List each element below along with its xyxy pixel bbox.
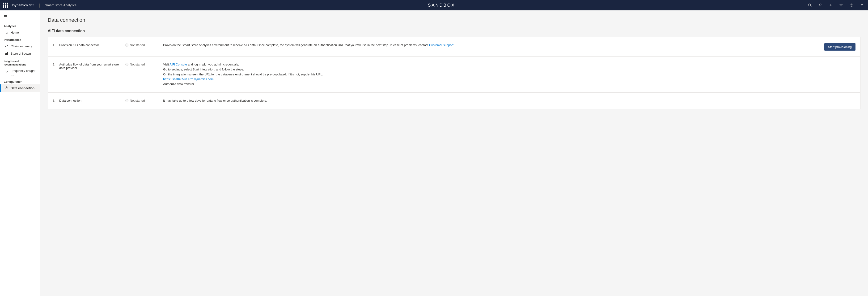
- sidebar-item-store-drilldown[interactable]: Store drilldown: [0, 50, 40, 57]
- sidebar-item-home-label: Home: [11, 31, 19, 34]
- step-1-status-label: Not started: [130, 43, 145, 47]
- settings-icon[interactable]: [848, 2, 855, 8]
- step-2-name: Authorize flow of data from your smart s…: [59, 62, 125, 70]
- step-3-row: 3. Data connection Not started It may ta…: [48, 93, 860, 109]
- topbar-center: SANDBOX: [76, 3, 807, 8]
- sidebar-item-data-connection[interactable]: Data connection: [0, 84, 40, 92]
- svg-rect-9: [7, 88, 8, 89]
- svg-point-0: [808, 4, 811, 6]
- dataverse-url-link[interactable]: https://ssa0405us.crm.dynamics.com.: [163, 77, 214, 81]
- step-3-status-radio: [125, 99, 128, 102]
- step-1-action: Start provisioning: [813, 43, 856, 51]
- step-1-status: Not started: [125, 43, 163, 47]
- brand-label: Dynamics 365: [12, 3, 34, 7]
- step-2-description: Visit AiFi Console and log in with you a…: [163, 62, 813, 87]
- sidebar-item-store-drilldown-label: Store drilldown: [11, 52, 31, 55]
- step-2-status-label: Not started: [130, 63, 145, 66]
- app-name-label: Smart Store Analytics: [45, 3, 76, 7]
- start-provisioning-button[interactable]: Start provisioning: [824, 43, 856, 51]
- step-2-number: 2.: [53, 62, 59, 66]
- data-connection-icon: [4, 86, 9, 90]
- topbar-separator: |: [39, 3, 40, 8]
- topbar: Dynamics 365 | Smart Store Analytics SAN…: [0, 0, 868, 10]
- svg-line-1: [810, 6, 811, 7]
- waffle-icon[interactable]: [3, 3, 8, 8]
- svg-rect-6: [7, 52, 8, 55]
- aifi-console-link[interactable]: AiFi Console: [169, 63, 187, 66]
- step-1-row: 1. Provision AiFi data connector Not sta…: [48, 37, 860, 56]
- lightbulb-icon[interactable]: [817, 2, 824, 8]
- step-1-description: Provision the Smart Store Analytics envi…: [163, 43, 813, 48]
- filter-icon[interactable]: [838, 2, 844, 8]
- step-1-status-radio: [125, 44, 128, 47]
- step-2-action: [813, 62, 856, 63]
- customer-support-link[interactable]: Customer support.: [429, 43, 455, 47]
- sidebar-section-insights: Insights and recommendations: [0, 57, 40, 68]
- home-icon: ⌂: [4, 30, 9, 34]
- lightbulb-sidebar-icon: [4, 71, 9, 75]
- chart-line-icon: [4, 44, 9, 48]
- steps-card: 1. Provision AiFi data connector Not sta…: [48, 37, 861, 109]
- layout: ☰ Analytics ⌂ Home Performance Chain sum…: [0, 10, 868, 296]
- step-3-name: Data connection: [59, 98, 125, 102]
- step-3-status-label: Not started: [130, 99, 145, 102]
- step-3-status: Not started: [125, 98, 163, 102]
- section-title: AiFi data connection: [48, 29, 861, 33]
- svg-point-3: [851, 5, 852, 6]
- sidebar-item-chain-summary-label: Chain summary: [11, 45, 32, 48]
- bar-chart-icon: [4, 52, 9, 56]
- step-3-action: [813, 98, 856, 99]
- sidebar-section-analytics: Analytics: [0, 22, 40, 29]
- sandbox-label: SANDBOX: [428, 3, 455, 8]
- help-icon[interactable]: ?: [859, 2, 865, 8]
- sidebar-section-performance: Performance: [0, 36, 40, 43]
- sidebar: ☰ Analytics ⌂ Home Performance Chain sum…: [0, 10, 40, 296]
- step-3-number: 3.: [53, 98, 59, 102]
- svg-rect-2: [820, 6, 821, 6]
- sidebar-hamburger[interactable]: ☰: [0, 12, 40, 22]
- step-3-description: It may take up to a few days for data to…: [163, 98, 813, 103]
- step-2-status: Not started: [125, 62, 163, 66]
- svg-rect-5: [6, 53, 7, 55]
- page-title: Data connection: [48, 17, 861, 23]
- topbar-left: Dynamics 365 | Smart Store Analytics: [3, 3, 76, 8]
- step-1-name: Provision AiFi data connector: [59, 43, 125, 47]
- step-2-row: 2. Authorize flow of data from your smar…: [48, 56, 860, 93]
- topbar-right: + ?: [807, 2, 865, 8]
- svg-rect-10: [6, 86, 7, 87]
- sidebar-item-frequently-bought[interactable]: Frequently bought t...: [0, 68, 40, 78]
- sidebar-item-data-connection-label: Data connection: [11, 86, 34, 90]
- search-icon[interactable]: [807, 2, 813, 8]
- sidebar-item-chain-summary[interactable]: Chain summary: [0, 43, 40, 50]
- svg-rect-4: [5, 53, 6, 55]
- sidebar-item-home[interactable]: ⌂ Home: [0, 29, 40, 36]
- add-icon[interactable]: +: [828, 2, 834, 8]
- svg-rect-8: [5, 88, 6, 89]
- sidebar-item-frequently-bought-label: Frequently bought t...: [11, 69, 36, 76]
- step-1-number: 1.: [53, 43, 59, 47]
- main-content: Data connection AiFi data connection 1. …: [40, 10, 868, 296]
- step-2-status-radio: [125, 63, 128, 66]
- sidebar-section-configuration: Configuration: [0, 78, 40, 84]
